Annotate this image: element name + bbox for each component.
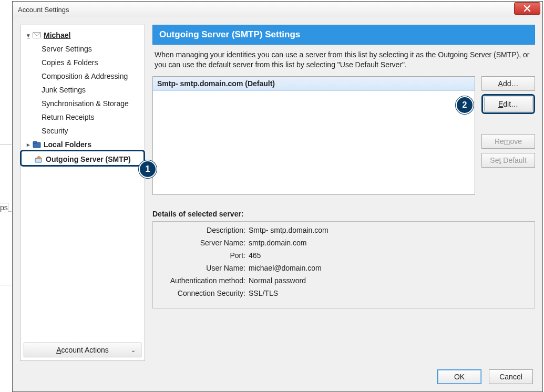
detail-row-description: Description: Smtp- smtp.domain.com: [158, 226, 529, 239]
tree-item-server-settings[interactable]: Server Settings: [20, 42, 145, 56]
tree-item-label: Composition & Addressing: [42, 72, 128, 80]
tree-account-label: Michael: [44, 31, 70, 39]
background-fragment: [0, 274, 12, 285]
cancel-button-label: Cancel: [499, 373, 522, 381]
svg-rect-3: [35, 158, 42, 162]
smtp-settings-panel: Outgoing Server (SMTP) Settings When man…: [152, 25, 535, 361]
background-text-fragment: ps: [0, 203, 8, 212]
tree-item-composition[interactable]: Composition & Addressing: [20, 69, 145, 83]
panel-heading: Outgoing Server (SMTP) Settings: [152, 25, 535, 45]
close-icon: [524, 5, 531, 12]
add-button-label: Add…: [498, 79, 519, 88]
svg-rect-2: [33, 141, 37, 143]
tree-item-label: Junk Settings: [42, 86, 86, 94]
tree-item-label: Return Receipts: [42, 113, 94, 121]
detail-label: Description:: [158, 226, 245, 234]
callout-highlight-edit: Edit…: [481, 94, 535, 114]
smtp-buttons-column: Add… Edit… Remove: [481, 76, 535, 195]
tree-item-sync-storage[interactable]: Synchronisation & Storage: [20, 97, 145, 110]
detail-value: michael@domain.com: [249, 264, 322, 272]
remove-button[interactable]: Remove: [481, 134, 535, 149]
remove-button-label: Remove: [495, 137, 522, 146]
tree-item-copies-folders[interactable]: Copies & Folders: [20, 56, 145, 69]
tree-item-label: Security: [42, 127, 68, 135]
chevron-down-icon: ▾: [25, 32, 32, 39]
tree-outgoing-server-smtp[interactable]: Outgoing Server (SMTP): [20, 151, 145, 167]
tree-item-return-receipts[interactable]: Return Receipts: [20, 110, 145, 124]
details-heading: Details of selected server:: [152, 210, 535, 218]
accounts-tree[interactable]: ▾ Michael Server Settings Copies & Folde…: [20, 25, 145, 361]
tree-item-label: Copies & Folders: [42, 58, 98, 67]
add-button[interactable]: Add…: [481, 76, 535, 91]
tree-local-folders-label: Local Folders: [44, 140, 91, 149]
tree-account-root[interactable]: ▾ Michael: [20, 28, 145, 42]
callout-badge-2: 2: [456, 96, 474, 114]
panel-description: When managing your identities you can us…: [152, 45, 535, 76]
edit-button[interactable]: Edit…: [484, 97, 532, 111]
smtp-server-list[interactable]: Smtp- smtp.domain.com (Default): [152, 76, 475, 195]
tree-local-folders[interactable]: ▸ Local Folders: [20, 138, 145, 151]
local-folders-icon: [32, 140, 42, 149]
detail-value: SSL/TLS: [249, 289, 278, 297]
tree-item-junk-settings[interactable]: Junk Settings: [20, 83, 145, 97]
outgoing-server-icon: [34, 155, 44, 163]
detail-label: Connection Security:: [158, 289, 245, 297]
callout-badge-1: 1: [139, 160, 157, 178]
detail-value: smtp.domain.com: [249, 239, 306, 247]
detail-value: Smtp- smtp.domain.com: [249, 226, 329, 234]
edit-button-label: Edit…: [498, 100, 518, 108]
detail-row-server-name: Server Name: smtp.domain.com: [158, 239, 529, 251]
account-actions-button[interactable]: Account Actions ⌄: [24, 343, 141, 357]
ok-button-label: OK: [454, 373, 465, 381]
detail-label: Port:: [158, 251, 245, 260]
smtp-server-item[interactable]: Smtp- smtp.domain.com (Default): [153, 77, 475, 91]
account-actions-label: Account Actions: [56, 346, 109, 354]
account-settings-dialog: Account Settings ▾ Mi: [12, 1, 543, 392]
detail-label: Server Name:: [158, 239, 245, 247]
server-details: Description: Smtp- smtp.domain.com Serve…: [152, 221, 535, 308]
detail-label: Authentication method:: [158, 276, 245, 285]
mail-account-icon: [32, 31, 42, 39]
tree-item-security[interactable]: Security: [20, 124, 145, 138]
detail-row-auth-method: Authentication method: Normal password: [158, 276, 529, 289]
spacer: [481, 118, 535, 130]
tree-item-label: Server Settings: [42, 45, 92, 53]
detail-value: Normal password: [249, 276, 306, 285]
detail-row-user-name: User Name: michael@domain.com: [158, 264, 529, 276]
window-title: Account Settings: [18, 6, 69, 14]
chevron-right-icon: ▸: [25, 141, 32, 148]
set-default-button[interactable]: Set Default: [481, 153, 535, 168]
background-fragment: [0, 123, 12, 145]
detail-label: User Name:: [158, 264, 245, 272]
chevron-down-icon: ⌄: [131, 347, 136, 354]
tree-smtp-label: Outgoing Server (SMTP): [46, 155, 131, 163]
smtp-server-item-label: Smtp- smtp.domain.com (Default): [157, 79, 275, 88]
detail-row-port: Port: 465: [158, 251, 529, 264]
ok-button[interactable]: OK: [437, 369, 481, 384]
tree-item-label: Synchronisation & Storage: [42, 99, 129, 108]
dialog-footer: OK Cancel: [437, 369, 533, 384]
detail-row-connection-security: Connection Security: SSL/TLS: [158, 289, 529, 302]
set-default-button-label: Set Default: [490, 156, 526, 164]
cancel-button[interactable]: Cancel: [489, 369, 533, 384]
detail-value: 465: [249, 251, 261, 260]
titlebar[interactable]: Account Settings: [13, 2, 542, 18]
window-close-button[interactable]: [514, 2, 540, 15]
